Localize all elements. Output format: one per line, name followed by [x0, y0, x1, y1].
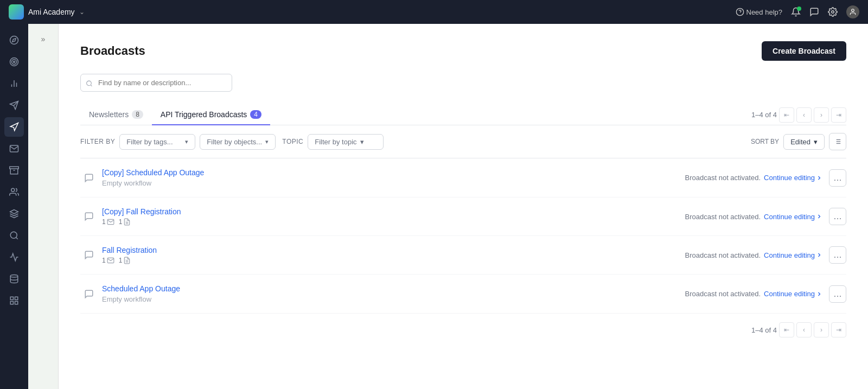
bottom-page-next-button[interactable]: › — [814, 322, 829, 337]
rail-item-integrations[interactable] — [4, 204, 24, 224]
settings-icon[interactable] — [828, 7, 838, 17]
continue-editing-link[interactable]: Continue editing — [764, 290, 822, 298]
svg-point-22 — [87, 81, 92, 86]
broadcast-name[interactable]: [Copy] Scheduled App Outage — [102, 168, 685, 177]
sort-by-label: SORT BY — [751, 138, 779, 145]
workspace-name: Ami Academy — [28, 8, 75, 16]
page-last-button[interactable]: ⇥ — [831, 107, 846, 123]
rail-item-users[interactable] — [4, 182, 24, 202]
tab-pagination: 1–4 of 4 ⇤ ‹ › ⇥ — [751, 107, 846, 123]
broadcast-list: [Copy] Scheduled App Outage Empty workfl… — [80, 158, 846, 314]
sort-chevron-icon: ▾ — [814, 138, 818, 146]
bottom-page-prev-button[interactable]: ‹ — [796, 322, 812, 337]
chevron-right-icon — [816, 252, 822, 258]
sort-direction-button[interactable] — [829, 133, 846, 150]
broadcast-status: Broadcast not activated. Continue editin… — [685, 174, 822, 182]
broadcast-info: [Copy] Fall Registration 1 1 — [102, 207, 685, 226]
broadcast-sub-text: Empty workflow — [102, 295, 685, 303]
doc-icon — [123, 257, 131, 264]
rail-item-campaigns[interactable] — [4, 95, 24, 115]
page-first-button[interactable]: ⇤ — [779, 107, 794, 123]
rail-item-compass[interactable] — [4, 30, 24, 50]
svg-point-8 — [14, 61, 15, 63]
svg-point-17 — [10, 275, 18, 278]
svg-point-2 — [832, 11, 834, 14]
svg-rect-18 — [10, 297, 13, 299]
rail-item-database[interactable] — [4, 269, 24, 289]
rail-item-person-search[interactable] — [4, 226, 24, 245]
broadcast-item: Fall Registration 1 1 Broadcast not acti… — [80, 236, 846, 275]
broadcast-info: Scheduled App Outage Empty workflow — [102, 284, 685, 303]
broadcast-counts: 1 1 — [102, 218, 685, 226]
broadcast-status-text: Broadcast not activated. — [685, 251, 761, 259]
continue-editing-link[interactable]: Continue editing — [764, 174, 822, 182]
help-link[interactable]: Need help? — [736, 8, 783, 16]
broadcast-more-button[interactable]: … — [829, 169, 846, 187]
rail-item-chart[interactable] — [4, 74, 24, 93]
broadcast-sub-text: Empty workflow — [102, 179, 685, 187]
broadcast-type-icon — [80, 169, 98, 187]
left-rail — [0, 24, 28, 389]
chat-icon[interactable] — [809, 7, 819, 17]
broadcast-status-text: Broadcast not activated. — [685, 174, 761, 182]
broadcast-counts: 1 1 — [102, 257, 685, 264]
bottom-page-last-button[interactable]: ⇥ — [831, 322, 846, 337]
create-broadcast-button[interactable]: Create Broadcast — [762, 41, 846, 61]
tab-newsletters[interactable]: Newsletters 8 — [80, 105, 152, 125]
search-icon — [86, 79, 93, 87]
expand-icon[interactable]: » — [37, 30, 50, 48]
tags-chevron-icon: ▾ — [185, 138, 188, 145]
broadcast-name[interactable]: Fall Registration — [102, 246, 685, 254]
chevron-right-icon — [816, 291, 822, 297]
rail-item-broadcasts[interactable] — [4, 117, 24, 137]
svg-line-23 — [91, 85, 92, 86]
broadcast-type-icon — [80, 285, 98, 303]
rail-item-activity[interactable] — [4, 247, 24, 267]
filter-by-label: FILTER BY — [80, 138, 115, 145]
email-count: 1 — [102, 218, 114, 226]
top-nav: Ami Academy ⌄ Need help? — [0, 0, 868, 24]
topic-filter[interactable]: Filter by topic ▾ — [308, 134, 384, 150]
user-avatar[interactable] — [846, 5, 859, 18]
broadcast-item: Scheduled App Outage Empty workflow Broa… — [80, 275, 846, 314]
tags-filter[interactable]: Filter by tags... ▾ — [119, 134, 195, 150]
rail-item-target[interactable] — [4, 52, 24, 72]
broadcast-info: Fall Registration 1 1 — [102, 246, 685, 264]
broadcast-item: [Copy] Scheduled App Outage Empty workfl… — [80, 158, 846, 197]
email-icon — [107, 218, 114, 226]
bottom-page-first-button[interactable]: ⇤ — [779, 322, 794, 337]
workspace-chevron-icon[interactable]: ⌄ — [79, 8, 85, 16]
notification-dot — [797, 7, 801, 11]
sort-area: SORT BY Edited ▾ — [751, 133, 846, 150]
tab-api-triggered[interactable]: API Triggered Broadcasts 4 — [152, 105, 270, 125]
rail-item-compose[interactable] — [4, 139, 24, 158]
continue-editing-link[interactable]: Continue editing — [764, 213, 822, 221]
rail-item-inbox[interactable] — [4, 161, 24, 180]
broadcast-more-button[interactable]: … — [829, 285, 846, 303]
page-prev-button[interactable]: ‹ — [796, 107, 812, 123]
topic-label: TOPIC — [282, 138, 303, 145]
svg-point-3 — [852, 9, 854, 12]
tabs-bar: Newsletters 8 API Triggered Broadcasts 4… — [80, 105, 846, 125]
chevron-right-icon — [816, 213, 822, 220]
objects-filter[interactable]: Filter by objects... ▾ — [200, 134, 276, 150]
continue-editing-link[interactable]: Continue editing — [764, 251, 822, 259]
broadcast-name[interactable]: [Copy] Fall Registration — [102, 207, 685, 216]
broadcast-name[interactable]: Scheduled App Outage — [102, 284, 685, 293]
notification-bell[interactable] — [791, 7, 801, 17]
svg-marker-5 — [12, 39, 16, 42]
search-input[interactable] — [80, 74, 232, 92]
sort-direction-icon — [834, 138, 841, 145]
page-header: Broadcasts Create Broadcast — [80, 41, 846, 61]
workspace-logo — [9, 4, 24, 20]
broadcast-more-button[interactable]: … — [829, 246, 846, 264]
broadcast-status: Broadcast not activated. Continue editin… — [685, 251, 822, 259]
rail-item-grid[interactable] — [4, 291, 24, 310]
svg-point-14 — [11, 188, 15, 192]
broadcast-more-button[interactable]: … — [829, 208, 846, 225]
page-next-button[interactable]: › — [814, 107, 829, 123]
email-icon — [107, 257, 114, 264]
sort-select[interactable]: Edited ▾ — [783, 134, 825, 150]
email-count: 1 — [102, 257, 114, 264]
svg-rect-20 — [15, 302, 18, 304]
